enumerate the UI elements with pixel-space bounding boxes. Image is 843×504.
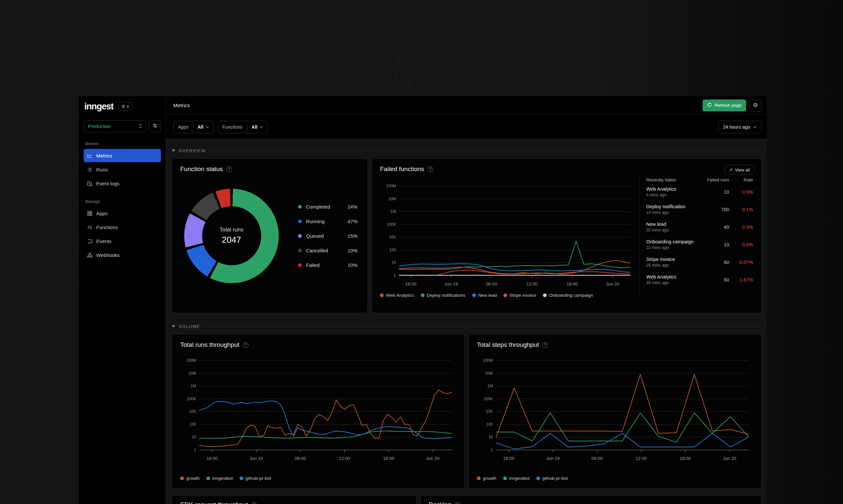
svg-text:Jun 19: Jun 19 (250, 456, 263, 461)
chevron-down-icon (260, 126, 263, 128)
legend-row: Failed 10% (298, 258, 358, 272)
refresh-icon (707, 103, 712, 108)
svg-text:12:00: 12:00 (527, 282, 538, 287)
sidebar-item-metrics[interactable]: Metrics (84, 149, 161, 162)
sidebar-item-apps[interactable]: Apps (84, 206, 161, 220)
help-icon[interactable]: ? (243, 342, 248, 348)
svg-text:1: 1 (194, 448, 196, 452)
view-all-button[interactable]: ↗ View all (724, 165, 754, 175)
sidebar-item-label: Metrics (96, 153, 112, 159)
table-row: Web Analytics5 mins ago 10 0.5% (646, 183, 753, 201)
svg-text:Jun 20: Jun 20 (723, 456, 737, 461)
table-row: Web Analytics35 mins ago 50 1.67% (646, 271, 753, 288)
help-icon[interactable]: ? (455, 502, 460, 504)
function-link[interactable]: Deploy notification (646, 204, 706, 209)
apps-filter[interactable]: Apps All (173, 121, 214, 133)
svg-text:12:00: 12:00 (636, 456, 647, 461)
col-failed-runs: Failed runs (706, 177, 729, 182)
command-k-shortcut: ⌘ K (118, 103, 133, 111)
svg-text:100K: 100K (386, 222, 396, 227)
functions-filter[interactable]: Functions All (218, 121, 268, 133)
runs-icon (87, 167, 92, 173)
failed-functions-title: Failed functions (380, 165, 424, 173)
growth-dot (477, 476, 481, 480)
failed-functions-chart-legend: Web Analytics Deploy notifications New l… (380, 293, 635, 298)
function-link[interactable]: Web Analytics (646, 186, 706, 192)
stripe-invoice-dot (503, 293, 507, 297)
section-rule (204, 326, 761, 327)
arrow-up-right-icon: ↗ (729, 167, 733, 173)
help-icon[interactable]: ? (428, 166, 433, 172)
overview-collapse-caret[interactable] (172, 149, 175, 152)
time-range-select[interactable]: 24 hours ago (718, 121, 761, 133)
svg-text:Jun 20: Jun 20 (606, 282, 620, 287)
legend-row: Queued 15% (298, 229, 358, 243)
svg-text:06:00: 06:00 (295, 456, 306, 461)
help-icon[interactable]: ? (542, 342, 548, 348)
sidebar-item-event-logs[interactable]: Event logs (84, 177, 161, 190)
sdk-request-throughput-card: SDK request throughput ? (172, 496, 416, 504)
environment-filter-button[interactable] (149, 120, 161, 132)
svg-text:06:00: 06:00 (486, 282, 497, 287)
legend-row: Completed 24% (298, 199, 358, 214)
github-pr-bot-dot (536, 476, 540, 480)
function-link[interactable]: New lead (646, 221, 706, 227)
new-lead-dot (472, 293, 476, 297)
svg-text:18:00: 18:00 (680, 456, 691, 461)
function-status-title: Function status (180, 165, 223, 173)
svg-text:10M: 10M (388, 197, 396, 201)
onboarding-campaign-dot (543, 293, 547, 297)
svg-text:18:00: 18:00 (405, 282, 416, 287)
sidebar-item-events[interactable]: Events (84, 234, 161, 248)
total-runs-value: 2047 (222, 235, 241, 245)
main-panel: Metrics Refresh page ⚙ Apps All (166, 96, 767, 504)
backlog-card: Backlog ? (420, 496, 761, 504)
total-runs-throughput-card: Total runs throughput ? 100M10M1M100K10K… (172, 334, 465, 489)
function-link[interactable]: Stripe invoice (646, 257, 706, 262)
function-status-card: Function status ? Total runs 2047 (172, 159, 368, 313)
sidebar-item-webhooks[interactable]: Webhooks (84, 248, 161, 262)
manage-section-label: Manage (85, 199, 161, 204)
svg-text:18:00: 18:00 (383, 456, 394, 461)
environment-select[interactable]: Production (84, 120, 146, 132)
sidebar-item-label: Apps (96, 211, 107, 216)
svg-text:12:00: 12:00 (339, 456, 350, 461)
volume-collapse-caret[interactable] (172, 325, 175, 328)
failed-dot (298, 263, 302, 267)
svg-text:10: 10 (392, 260, 396, 265)
function-link[interactable]: Web Analytics (646, 274, 706, 280)
svg-text:1: 1 (394, 273, 396, 278)
settings-button[interactable]: ⚙ (750, 100, 761, 111)
section-rule (209, 150, 761, 151)
svg-text:10: 10 (192, 435, 196, 439)
table-row: New lead20 mins ago 40 0.3% (646, 218, 753, 236)
sidebar-item-label: Webhooks (96, 252, 120, 258)
total-runs-label: Total runs (220, 227, 244, 233)
apps-icon (87, 211, 92, 216)
svg-text:100M: 100M (386, 184, 396, 188)
refresh-page-button[interactable]: Refresh page (703, 100, 746, 111)
sidebar-item-runs[interactable]: Runs (84, 163, 161, 176)
github-pr-bot-dot (240, 476, 243, 480)
total-steps-throughput-title: Total steps throughput (477, 341, 539, 348)
help-icon[interactable]: ? (251, 502, 257, 504)
svg-text:100K: 100K (484, 397, 493, 401)
functions-filter-value: All (252, 124, 258, 130)
svg-text:18:00: 18:00 (567, 282, 578, 287)
overview-section-label: OVERVIEW (178, 148, 206, 153)
total-steps-throughput-card: Total steps throughput ? 100M10M1M100K10… (469, 334, 761, 489)
function-link[interactable]: Onboarding campaign (646, 239, 706, 245)
table-row: Stripe invoice25 mins ago 60 0.07% (646, 253, 753, 271)
svg-text:100K: 100K (187, 397, 196, 401)
svg-text:1M: 1M (487, 384, 493, 388)
svg-text:Jun 20: Jun 20 (426, 456, 440, 461)
help-icon[interactable]: ? (226, 166, 232, 172)
sidebar-item-label: Events (96, 238, 111, 244)
apps-filter-value: All (197, 124, 204, 130)
svg-text:100: 100 (486, 422, 493, 427)
svg-text:100: 100 (190, 422, 196, 427)
sidebar-item-functions[interactable]: Functions (84, 220, 161, 234)
filter-bar: Apps All Functions All 24 hours ago (166, 115, 767, 139)
command-icon: ⌘ (121, 104, 126, 109)
col-rate: Rate (729, 177, 753, 182)
